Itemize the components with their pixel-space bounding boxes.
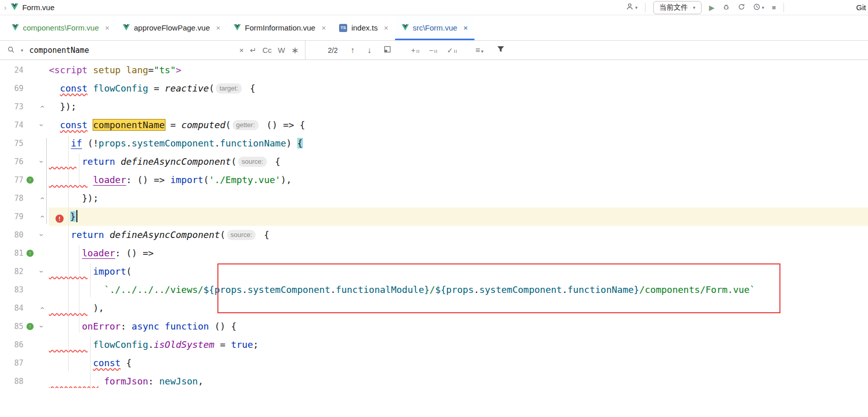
gutter[interactable]: 80› xyxy=(0,226,49,244)
parameter-hint-inlay[interactable]: source: xyxy=(238,157,267,167)
account-button[interactable]: ▾ xyxy=(626,3,638,12)
code-line[interactable]: 76› return defineAsyncComponent(source: … xyxy=(0,153,868,171)
code-text[interactable]: if (!props.systemComponent.functionName)… xyxy=(49,134,868,153)
tab-components-form-vue[interactable]: components\Form.vue × xyxy=(5,15,116,40)
gutter[interactable]: 75 xyxy=(0,134,49,153)
line-number[interactable]: 76 xyxy=(0,153,23,171)
close-icon[interactable]: × xyxy=(321,23,326,32)
gutter[interactable]: 77↑ xyxy=(0,171,49,189)
next-match-button[interactable]: ↓ xyxy=(367,46,371,55)
close-icon[interactable]: × xyxy=(384,23,388,32)
line-number[interactable]: 77 xyxy=(0,171,23,189)
match-case-toggle[interactable]: Cc xyxy=(262,46,271,54)
tab-approve-flow-page[interactable]: approveFlowPage.vue × xyxy=(116,15,227,40)
gutter[interactable]: 81↑ xyxy=(0,244,49,262)
code-text[interactable]: const { xyxy=(49,354,868,372)
profiler-button[interactable]: ▾ xyxy=(753,3,765,12)
line-number[interactable]: 75 xyxy=(0,134,23,153)
code-line[interactable]: 87 const { xyxy=(0,354,868,372)
close-icon[interactable]: × xyxy=(216,23,220,32)
line-number[interactable]: 73 xyxy=(0,98,23,116)
code-line[interactable]: 79› ! } xyxy=(0,207,868,226)
line-number[interactable]: 86 xyxy=(0,336,23,354)
line-number[interactable]: 85 xyxy=(0,317,23,336)
fold-marker[interactable]: › xyxy=(38,120,46,130)
gutter[interactable]: 76› xyxy=(0,153,49,171)
close-icon[interactable]: × xyxy=(463,23,468,32)
filter-icon[interactable] xyxy=(497,46,505,54)
code-text[interactable]: loader: () => import('./Empty.vue'), xyxy=(49,171,868,189)
fold-marker[interactable]: › xyxy=(38,102,46,112)
code-line[interactable]: 75 if (!props.systemComponent.functionNa… xyxy=(0,134,868,153)
line-number[interactable]: 83 xyxy=(0,281,23,299)
code-text[interactable]: const flowConfig = reactive(target: { xyxy=(49,79,868,98)
fold-marker[interactable]: › xyxy=(38,193,46,203)
gutter[interactable]: 86 xyxy=(0,336,49,354)
code-text[interactable]: return defineAsyncComponent(source: { xyxy=(49,226,868,244)
line-number[interactable]: 80 xyxy=(0,226,23,244)
gutter[interactable]: 69 xyxy=(0,79,49,98)
line-number[interactable]: 79 xyxy=(0,207,23,226)
tab-form-information[interactable]: FormInformation.vue × xyxy=(227,15,332,40)
code-line[interactable]: 74› const componentName = computed(gette… xyxy=(0,116,868,134)
gutter[interactable]: 83 xyxy=(0,281,49,299)
code-text[interactable]: }); xyxy=(49,189,868,207)
gutter[interactable]: 88 xyxy=(0,372,49,391)
gutter[interactable]: 74› xyxy=(0,116,49,134)
code-line[interactable]: 78› }); xyxy=(0,189,868,207)
parameter-hint-inlay[interactable]: target: xyxy=(216,83,242,94)
error-icon[interactable]: ! xyxy=(55,215,64,223)
code-line[interactable]: 85↑› onError: async function () { xyxy=(0,317,868,336)
fold-marker[interactable]: › xyxy=(38,321,46,332)
newline-toggle-icon[interactable]: ↵ xyxy=(250,46,257,55)
code-text[interactable]: }); xyxy=(49,98,868,116)
gutter-green-arrow-icon[interactable]: ↑ xyxy=(23,176,37,184)
code-line[interactable]: 73› }); xyxy=(0,98,868,116)
code-line[interactable]: 24<script setup lang="ts"> xyxy=(0,61,868,79)
code-text[interactable]: const componentName = computed(getter: (… xyxy=(49,116,868,134)
gutter-green-arrow-icon[interactable]: ↑ xyxy=(23,250,37,257)
code-line[interactable]: 77↑ loader: () => import('./Empty.vue'), xyxy=(0,171,868,189)
code-line[interactable]: 80› return defineAsyncComponent(source: … xyxy=(0,226,868,244)
code-line[interactable]: 88 formJson: newJson, xyxy=(0,372,868,391)
gutter[interactable]: 79› xyxy=(0,207,49,226)
line-number[interactable]: 24 xyxy=(0,61,23,79)
code-text[interactable]: ! } xyxy=(49,207,868,226)
code-line[interactable]: 69 const flowConfig = reactive(target: { xyxy=(0,79,868,98)
parameter-hint-inlay[interactable]: source: xyxy=(227,230,256,240)
open-in-find-window-button[interactable] xyxy=(384,46,391,54)
fold-marker[interactable]: › xyxy=(38,212,46,222)
previous-match-button[interactable]: ↑ xyxy=(350,46,354,55)
line-number[interactable]: 81 xyxy=(0,244,23,262)
gutter-green-arrow-icon[interactable]: ↑ xyxy=(23,323,37,330)
line-number[interactable]: 78 xyxy=(0,189,23,207)
parameter-hint-inlay[interactable]: getter: xyxy=(233,120,259,130)
whole-words-toggle[interactable]: W xyxy=(278,46,285,54)
run-with-coverage-button[interactable] xyxy=(738,3,745,12)
search-input[interactable]: componentName xyxy=(30,46,234,55)
debug-button[interactable] xyxy=(722,3,730,12)
regex-toggle[interactable]: ∗ xyxy=(291,45,299,56)
code-text[interactable]: onError: async function () { xyxy=(49,317,868,336)
line-number[interactable]: 87 xyxy=(0,354,23,372)
tab-index-ts[interactable]: TS index.ts × xyxy=(332,15,395,40)
code-text[interactable]: return defineAsyncComponent(source: { xyxy=(49,153,868,171)
tab-src-form-vue[interactable]: src\Form.vue × xyxy=(395,15,474,40)
run-configuration-select[interactable]: 当前文件 ▾ xyxy=(653,1,702,14)
code-text[interactable]: <script setup lang="ts"> xyxy=(49,61,868,79)
gutter[interactable]: 78› xyxy=(0,189,49,207)
run-button[interactable]: ▶ xyxy=(709,4,715,12)
gutter[interactable]: 85↑› xyxy=(0,317,49,336)
gutter[interactable]: 73› xyxy=(0,98,49,116)
code-text[interactable]: loader: () => xyxy=(49,244,868,262)
editor[interactable]: 24<script setup lang="ts">69 const flowC… xyxy=(0,60,868,417)
line-number[interactable]: 82 xyxy=(0,262,23,281)
gutter[interactable]: 82› xyxy=(0,262,49,281)
code-line[interactable]: 86 flowConfig.isOldSystem = true; xyxy=(0,336,868,354)
line-number[interactable]: 69 xyxy=(0,79,23,98)
search-history-chevron-icon[interactable]: ▾ xyxy=(21,48,23,53)
close-icon[interactable]: × xyxy=(105,23,109,32)
fold-marker[interactable]: › xyxy=(38,266,46,277)
toggle-occurrences-icon[interactable]: ✓II xyxy=(447,46,458,54)
fold-marker[interactable]: › xyxy=(38,230,46,240)
